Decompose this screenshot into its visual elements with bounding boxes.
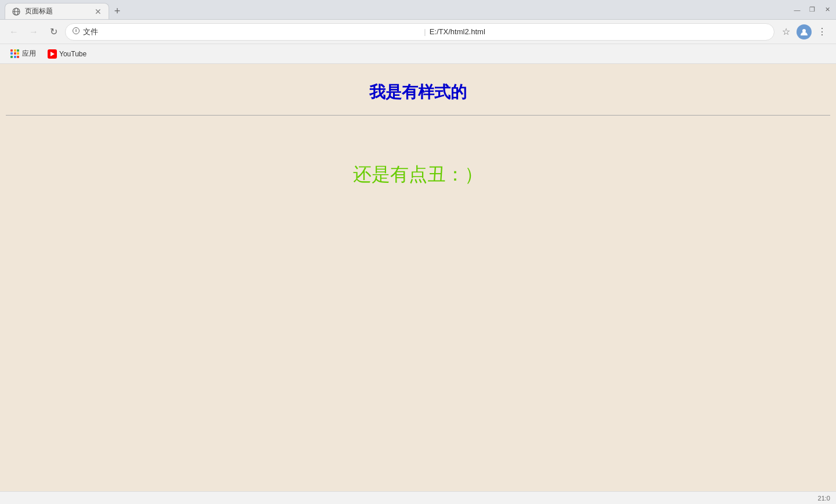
status-text: 21:0	[818, 495, 830, 502]
maximize-button[interactable]: ❐	[808, 6, 816, 14]
toolbar-right: ☆ ⋮	[778, 24, 830, 40]
page-body: 还是有点丑：）	[0, 116, 836, 188]
minimize-button[interactable]: —	[793, 6, 801, 14]
new-tab-button[interactable]: +	[109, 3, 125, 19]
bookmark-button[interactable]: ☆	[778, 24, 794, 40]
page-body-text: 还是有点丑：）	[353, 164, 483, 185]
browser-tab[interactable]: 页面标题 ✕	[5, 3, 109, 19]
tab-favicon	[12, 8, 20, 16]
status-bar: 21:0	[0, 491, 836, 504]
apps-bookmark[interactable]: 应用	[6, 46, 41, 61]
page-content: 我是有样式的 还是有点丑：）	[0, 64, 836, 491]
tab-close-button[interactable]: ✕	[95, 8, 102, 16]
browser-frame: 页面标题 ✕ + — ❐ ✕ ← → ↻ 文件 | E:/TX/htm	[0, 0, 836, 504]
account-button[interactable]	[797, 24, 812, 39]
address-bar[interactable]: 文件 | E:/TX/html2.html	[65, 23, 774, 41]
youtube-bookmark[interactable]: YouTube	[43, 47, 91, 61]
apps-label: 应用	[22, 49, 36, 59]
reload-button[interactable]: ↻	[45, 24, 62, 40]
youtube-icon	[48, 49, 57, 59]
forward-button[interactable]: →	[26, 24, 42, 40]
window-controls: — ❐ ✕	[793, 6, 831, 14]
page-heading: 我是有样式的	[0, 64, 836, 115]
menu-button[interactable]: ⋮	[814, 24, 830, 40]
bookmarks-bar: 应用 YouTube	[0, 44, 836, 64]
apps-icon	[10, 49, 20, 59]
back-button[interactable]: ←	[6, 24, 22, 40]
youtube-label: YouTube	[59, 50, 87, 58]
address-divider: |	[424, 27, 426, 36]
toolbar: ← → ↻ 文件 | E:/TX/html2.html ☆	[0, 20, 836, 44]
address-text: E:/TX/html2.html	[430, 27, 767, 36]
close-button[interactable]: ✕	[823, 6, 831, 14]
tab-title: 页面标题	[25, 6, 53, 16]
secure-label: 文件	[83, 27, 420, 37]
secure-icon	[73, 27, 80, 36]
title-bar: 页面标题 ✕ + — ❐ ✕	[0, 0, 836, 20]
tab-area: 页面标题 ✕ +	[5, 0, 788, 19]
